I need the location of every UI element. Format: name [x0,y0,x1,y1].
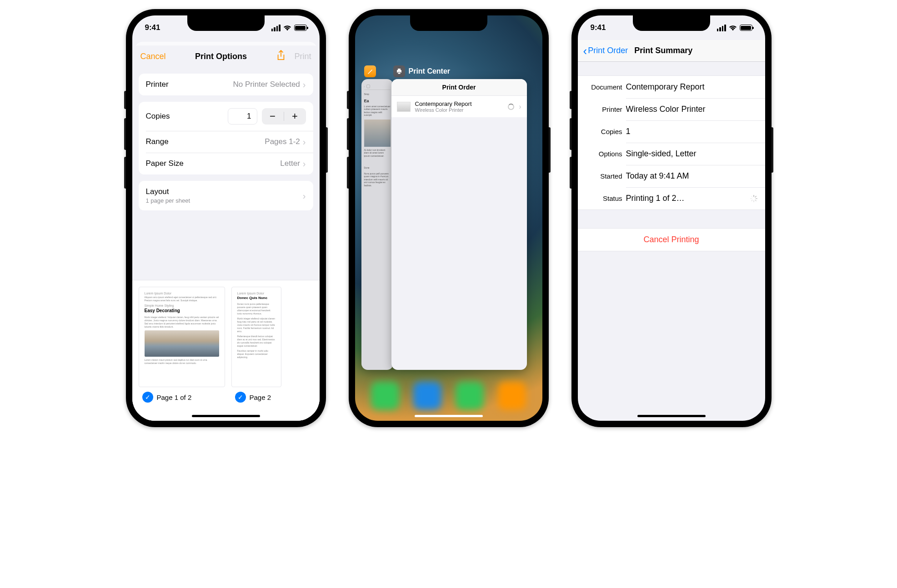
svg-rect-4 [754,195,756,197]
svg-rect-8 [751,199,752,201]
print-item-title: Contemporary Report [415,100,504,107]
print-center-app-icon [393,65,405,77]
checkmark-icon[interactable]: ✓ [142,392,153,403]
print-button[interactable]: Print [294,52,311,61]
chevron-right-icon: › [303,159,306,168]
svg-rect-1 [398,69,401,70]
svg-rect-3 [753,194,754,197]
svg-rect-5 [755,198,757,199]
chevron-right-icon: › [303,137,306,146]
svg-rect-6 [754,199,756,201]
status-time: 9:41 [145,23,160,32]
page-title: Print Options [195,52,247,61]
print-item-sub: Wireless Color Printer [415,107,504,113]
stepper-minus-button[interactable]: − [262,108,284,125]
spinner-icon [750,194,758,203]
svg-rect-2 [398,72,401,74]
pages-app-icon [364,65,376,77]
checkmark-icon[interactable]: ✓ [235,392,246,403]
switcher-card-print-center[interactable]: Print Order Contemporary Report Wireless… [391,79,527,370]
paper-size-label: Paper Size [146,159,184,168]
summary-row-status: Status Printing 1 of 2… [578,187,765,209]
copies-stepper: − + [262,108,306,125]
back-button[interactable]: ‹ Print Order [583,45,628,57]
svg-rect-7 [753,200,754,202]
paper-size-value: Letter [280,159,300,168]
copies-input[interactable]: 1 [228,108,257,125]
print-order-title: Print Order [391,79,527,96]
layout-row[interactable]: Layout 1 page per sheet › [139,181,313,210]
copies-row: Copies 1 − + [139,102,313,131]
printer-row[interactable]: Printer No Printer Selected› [139,74,313,95]
printer-value: No Printer Selected [233,80,300,89]
svg-rect-10 [751,195,752,197]
range-row[interactable]: Range Pages 1-2› [139,131,313,153]
phone-app-switcher: Print Center ‹ Simp Ea L orem amet conse… [349,9,549,427]
layout-label: Layout [146,187,190,196]
cancel-button[interactable]: Cancel [140,52,166,61]
layout-sub: 1 page per sheet [146,197,190,204]
app-label-print-center: Print Center [393,65,451,77]
page-thumb-2[interactable]: Lorem Ipsum Dolor Donec Quis Nunc Donec … [231,287,281,403]
spinner-icon [508,104,514,110]
status-time: 9:41 [591,23,606,32]
range-label: Range [146,137,169,146]
summary-row-printer: Printer Wireless Color Printer [578,98,765,120]
wifi-icon [283,25,291,31]
summary-row-document: Document Contemporary Report [578,76,765,98]
home-indicator[interactable] [415,415,483,417]
printer-label: Printer [146,80,169,89]
chevron-left-icon: ‹ [583,45,587,57]
battery-icon [294,25,307,31]
preview-title-2: Donec Quis Nunc [237,296,276,300]
page-title: Print Summary [634,46,692,55]
chevron-right-icon: › [519,103,521,110]
dock [355,371,542,421]
switcher-card-pages[interactable]: ‹ Simp Ea L orem amet consectetuer nulla… [361,79,393,370]
phone-print-options: 9:41 Cancel Print Options Print [126,9,326,427]
page-label-2: Page 2 [250,394,271,401]
preview-area: Lorem Ipsum Dolor Aliquam arcu ipsum ele… [132,280,320,421]
nav-bar: ‹ Print Order Print Summary [578,40,765,62]
svg-rect-9 [750,198,752,199]
cancel-printing-button[interactable]: Cancel Printing [578,228,765,251]
stepper-plus-button[interactable]: + [284,108,306,125]
paper-size-row[interactable]: Paper Size Letter› [139,153,313,174]
app-label-pages [364,65,376,77]
preview-photo [145,330,219,357]
print-queue-item[interactable]: Contemporary Report Wireless Color Print… [391,96,527,117]
summary-row-options: Options Single-sided, Letter [578,143,765,165]
summary-group: Document Contemporary Report Printer Wir… [578,75,765,210]
phone-print-summary: 9:41 ‹ Print Order Print Summary Documen… [571,9,772,427]
nav-bar: Cancel Print Options Print [132,45,320,67]
cellular-signal-icon [271,25,281,31]
page-thumb-1[interactable]: Lorem Ipsum Dolor Aliquam arcu ipsum ele… [139,287,225,403]
range-value: Pages 1-2 [265,137,300,146]
copies-label: Copies [146,112,170,121]
summary-row-copies: Copies 1 [578,120,765,143]
page-label-1: Page 1 of 2 [157,394,192,401]
home-indicator[interactable] [192,415,260,417]
summary-row-started: Started Today at 9:41 AM [578,165,765,187]
chevron-right-icon: › [303,191,306,200]
preview-title-1: Easy Decorating [145,308,219,313]
cellular-signal-icon [717,25,726,31]
battery-icon [740,25,752,31]
chevron-right-icon: › [303,80,306,89]
wifi-icon [729,25,737,31]
document-thumbnail-icon [397,102,411,112]
share-icon[interactable] [276,50,286,64]
home-indicator[interactable] [637,415,706,417]
